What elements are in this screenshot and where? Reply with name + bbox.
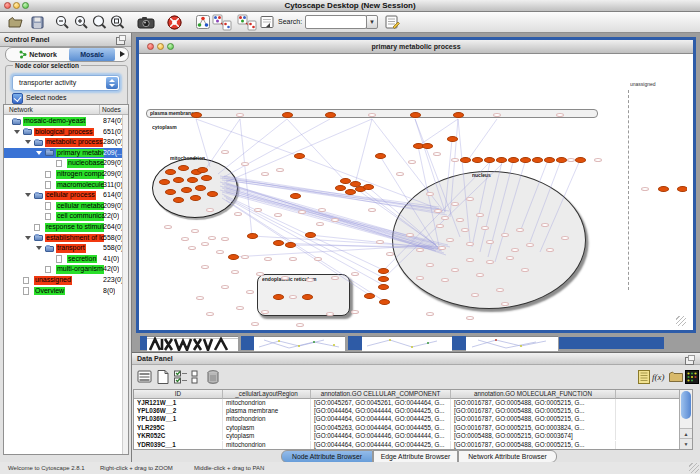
table-cell[interactable]: [GO:0045263, GO:0044464, GO:0044455, G..…	[311, 424, 451, 432]
tree-expand-icon[interactable]	[36, 246, 42, 250]
snapshot-icon[interactable]	[137, 14, 154, 31]
network-node-small[interactable]	[196, 296, 204, 300]
tree-row[interactable]: secretion41(0)	[4, 254, 123, 265]
table-cell[interactable]: YDR039C__1	[134, 441, 223, 449]
table-cell[interactable]: [GO:0044464, GO:0044444, GO:0044425, G..…	[311, 415, 451, 423]
table-cell[interactable]: YPL036W__2	[134, 407, 223, 415]
network-node[interactable]	[484, 157, 495, 163]
network-node-small[interactable]	[434, 209, 442, 213]
zoom-fit-icon[interactable]	[109, 14, 126, 31]
network-node[interactable]	[508, 157, 519, 163]
table-cell[interactable]: YKR052C	[134, 432, 223, 440]
network-node-small[interactable]	[451, 202, 459, 206]
network-node[interactable]	[294, 153, 305, 159]
network-node-small[interactable]	[236, 113, 244, 117]
network-node-small[interactable]	[501, 233, 509, 237]
delete-attribute-icon[interactable]	[205, 369, 221, 385]
background-window-edge[interactable]	[241, 336, 254, 350]
network-node-small[interactable]	[318, 208, 326, 212]
network-node[interactable]	[532, 157, 543, 163]
network-node-small[interactable]	[241, 162, 249, 166]
zoom-selected-icon[interactable]	[91, 14, 108, 31]
help-icon[interactable]	[166, 14, 183, 31]
tree-row[interactable]: transport558(0)	[4, 243, 123, 254]
select-nodes-checkbox[interactable]	[12, 93, 23, 104]
tree-row[interactable]: response to stimulu264(0)	[4, 222, 123, 233]
network-node-small[interactable]	[331, 218, 339, 222]
table-cell[interactable]: [GO:0044464, GO:0044444, GO:0044425, G..…	[311, 441, 451, 449]
network-node-small[interactable]	[594, 158, 602, 162]
network-node-small[interactable]	[314, 257, 322, 261]
network-node-small[interactable]	[496, 288, 504, 292]
network-node-small[interactable]	[416, 276, 424, 280]
network-node-small[interactable]	[351, 272, 359, 276]
network-node[interactable]	[273, 294, 284, 300]
notepad-icon[interactable]	[636, 369, 652, 385]
matrix-icon[interactable]	[684, 369, 700, 385]
table-cell[interactable]: [GO:0045267, GO:0045261, GO:0044464, G..…	[311, 399, 451, 407]
network-node-small[interactable]	[254, 208, 262, 212]
network-node-small[interactable]	[208, 236, 216, 240]
background-window-edge[interactable]	[348, 336, 362, 350]
network-node-small[interactable]	[438, 246, 446, 250]
tree-row[interactable]: nucleobase-209(0)	[4, 158, 123, 169]
table-cell[interactable]: mitochondrion	[223, 441, 311, 449]
network-node-small[interactable]	[234, 212, 242, 216]
network-node[interactable]	[375, 153, 386, 159]
background-window[interactable]	[147, 336, 238, 351]
table-cell[interactable]: mitochondrion	[223, 399, 311, 407]
network-node[interactable]	[273, 240, 284, 246]
network-node-small[interactable]	[231, 270, 239, 274]
network-node-small[interactable]	[206, 312, 214, 316]
tab-mosaic[interactable]: Mosaic	[69, 48, 115, 61]
tree-expand-icon[interactable]	[36, 151, 42, 155]
network-node-small[interactable]	[274, 213, 282, 217]
network-node-small[interactable]	[466, 197, 474, 201]
network-node[interactable]	[658, 186, 669, 192]
network-node-small[interactable]	[433, 152, 441, 156]
network-node[interactable]	[363, 184, 374, 190]
network-node[interactable]	[290, 193, 301, 199]
network-node[interactable]	[187, 177, 198, 183]
network-node-small[interactable]	[521, 268, 529, 272]
network-node[interactable]	[677, 186, 688, 192]
table-cell[interactable]: [GO:0044464, GO:0044444, GO:0044425, G..…	[311, 407, 451, 415]
table-cell[interactable]: [GO:0016787, GO:0005488, GO:0005215, G..…	[451, 407, 616, 415]
network-node-small[interactable]	[296, 323, 304, 327]
network-node-small[interactable]	[221, 285, 229, 289]
table-cell[interactable]: cytoplasm	[223, 424, 311, 432]
table-cell[interactable]: [GO:0044464, GO:0044446, GO:0044444, G..…	[311, 432, 451, 440]
network-node-small[interactable]	[368, 208, 376, 212]
node-color-dropdown[interactable]: transporter activity	[12, 75, 120, 91]
network-node[interactable]	[173, 197, 184, 203]
network-node-small[interactable]	[641, 187, 649, 191]
tree-row[interactable]: macromolecule311(0)	[4, 180, 123, 191]
network-node-small[interactable]	[261, 172, 269, 176]
network-node-small[interactable]	[506, 256, 514, 260]
network-node-small[interactable]	[289, 257, 297, 261]
tree-expand-icon[interactable]	[25, 193, 31, 197]
network-node-small[interactable]	[456, 218, 464, 222]
tree-row[interactable]: cellular metabol209(0)	[4, 201, 123, 212]
network-node[interactable]	[410, 112, 421, 118]
tree-row[interactable]: Overview8(0)	[4, 286, 123, 297]
app-resize-grip[interactable]	[689, 463, 699, 473]
network-node-small[interactable]	[281, 276, 289, 280]
annotation-icon[interactable]	[259, 14, 276, 31]
network-node-small[interactable]	[441, 278, 449, 282]
vizmapper-copy-icon[interactable]	[212, 14, 232, 31]
network-node-small[interactable]	[466, 242, 474, 246]
tab-network[interactable]: Network	[14, 48, 72, 61]
save-session-icon[interactable]	[29, 14, 46, 31]
network-node-small[interactable]	[206, 208, 214, 212]
network-node[interactable]	[190, 195, 201, 201]
open-session-icon[interactable]	[7, 14, 24, 31]
network-node-small[interactable]	[181, 237, 189, 241]
network-node-small[interactable]	[451, 158, 459, 162]
tree-row[interactable]: multi-organism pro42(0)	[4, 264, 123, 275]
network-node[interactable]	[207, 191, 218, 197]
network-node-small[interactable]	[368, 113, 376, 117]
network-node[interactable]	[575, 157, 586, 163]
background-window[interactable]	[466, 336, 558, 351]
float-panel-icon[interactable]	[116, 37, 125, 45]
